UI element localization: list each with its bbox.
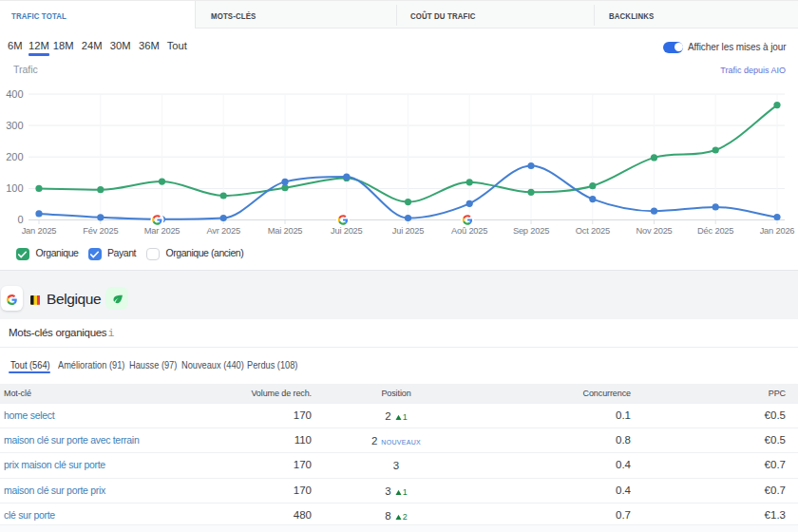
- svg-text:Avr 2025: Avr 2025: [206, 226, 239, 236]
- svg-text:100: 100: [6, 182, 23, 194]
- svg-text:Nov 2025: Nov 2025: [636, 226, 672, 236]
- svg-text:Aoû 2025: Aoû 2025: [451, 226, 487, 236]
- svg-text:Mar 2025: Mar 2025: [144, 226, 180, 236]
- svg-text:Mai 2025: Mai 2025: [268, 226, 303, 236]
- svg-text:Trafic: Trafic: [13, 64, 38, 75]
- svg-text:Jan 2025: Jan 2025: [22, 226, 57, 236]
- svg-text:200: 200: [6, 151, 23, 162]
- svg-text:300: 300: [6, 120, 23, 131]
- svg-text:400: 400: [6, 88, 23, 100]
- svg-text:Trafic depuis AIO: Trafic depuis AIO: [720, 66, 786, 75]
- svg-text:Jui 2025: Jui 2025: [331, 226, 363, 236]
- svg-text:0: 0: [17, 214, 23, 225]
- svg-text:Oct 2025: Oct 2025: [576, 226, 610, 236]
- svg-text:Fév 2025: Fév 2025: [83, 226, 118, 236]
- svg-text:Sep 2025: Sep 2025: [513, 226, 549, 236]
- svg-text:Déc 2025: Déc 2025: [697, 226, 733, 236]
- svg-text:Jui 2025: Jui 2025: [392, 226, 425, 236]
- svg-text:Jan 2026: Jan 2026: [760, 226, 795, 236]
